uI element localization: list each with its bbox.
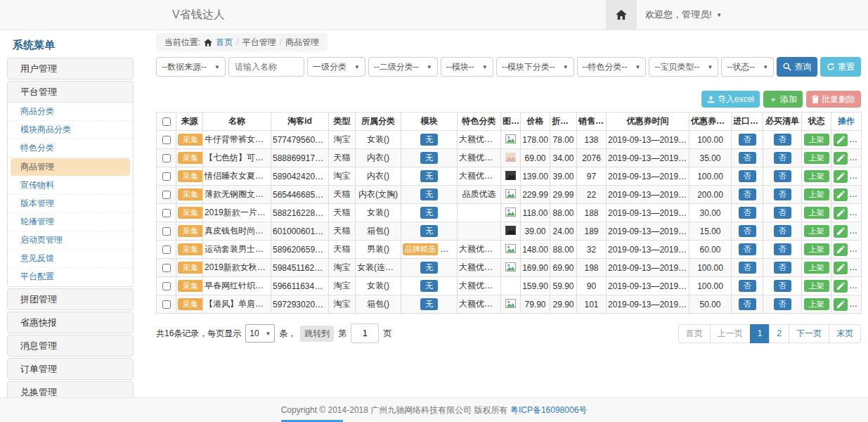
sidebar-group-平台管理[interactable]: 平台管理	[8, 82, 133, 102]
sidebar-item-意见反馈[interactable]: 意见反馈	[8, 250, 133, 268]
item-type-select[interactable]: --宝贝类型--▼	[649, 57, 718, 77]
module-select[interactable]: --模块--▼	[441, 57, 493, 77]
sidebar-item-模块商品分类[interactable]: 模块商品分类	[8, 121, 133, 139]
sidebar-group-用户管理[interactable]: 用户管理	[8, 58, 133, 79]
edit-button[interactable]	[834, 152, 848, 165]
edit-button[interactable]	[834, 225, 848, 238]
status-toggle[interactable]: 上架	[804, 207, 829, 219]
row-checkbox[interactable]	[162, 264, 171, 272]
import-select-toggle[interactable]: 否	[739, 207, 756, 219]
status-toggle[interactable]: 上架	[804, 280, 829, 293]
edit-button[interactable]	[834, 188, 848, 201]
import-select-toggle[interactable]: 否	[739, 298, 756, 311]
sidebar-group-订单管理[interactable]: 订单管理	[8, 359, 133, 379]
edit-button[interactable]	[834, 170, 848, 183]
row-checkbox[interactable]	[162, 172, 171, 181]
must-buy-toggle[interactable]: 否	[774, 225, 791, 238]
select-all-checkbox[interactable]	[162, 117, 171, 126]
sidebar-item-特色分类[interactable]: 特色分类	[8, 139, 133, 158]
sidebar-group-拼团管理[interactable]: 拼团管理	[8, 289, 133, 309]
status-toggle[interactable]: 上架	[804, 134, 829, 146]
module-cell: 无	[401, 149, 458, 167]
sidebar-group-消息管理[interactable]: 消息管理	[8, 335, 133, 356]
edit-button[interactable]	[834, 134, 848, 146]
status-toggle[interactable]: 上架	[804, 152, 829, 165]
sidebar-item-宣传物料[interactable]: 宣传物料	[8, 177, 133, 195]
table-row: 采集牛仔背带裤女秋装减龄…577479560965淘宝女装()无大额优惠券178…	[157, 131, 862, 149]
import-select-toggle[interactable]: 否	[739, 262, 756, 274]
status-toggle[interactable]: 上架	[804, 225, 829, 238]
must-buy-toggle[interactable]: 否	[774, 280, 791, 293]
name-input[interactable]	[228, 57, 304, 77]
breadcrumb-home-link[interactable]: 首页	[216, 37, 233, 49]
page-button-1[interactable]: 1	[750, 324, 770, 343]
import-select-toggle[interactable]: 否	[739, 152, 756, 165]
row-checkbox[interactable]	[162, 191, 171, 199]
module-sub-category-select[interactable]: --模块下分类--▼	[496, 57, 574, 77]
module-cell: 无	[401, 277, 458, 295]
import-excel-button[interactable]: 导入excel	[701, 91, 760, 108]
import-select-toggle[interactable]: 否	[739, 134, 756, 146]
page-button-上一页[interactable]: 上一页	[710, 324, 751, 343]
edit-button[interactable]	[834, 298, 848, 311]
data-source-select[interactable]: --数据来源--▼	[156, 57, 226, 77]
home-button[interactable]	[606, 0, 637, 30]
add-button[interactable]: ＋ 添加	[763, 91, 803, 108]
page-button-2[interactable]: 2	[769, 324, 789, 343]
user-menu[interactable]: 欢迎您，管理员! ▼	[645, 0, 722, 30]
page-button-末页[interactable]: 末页	[829, 324, 861, 343]
must-buy-toggle[interactable]: 否	[774, 152, 791, 165]
sidebar-item-商品管理[interactable]: 商品管理	[11, 158, 130, 176]
jump-page-input[interactable]	[351, 324, 379, 343]
row-checkbox[interactable]	[162, 245, 171, 254]
sidebar-item-版本管理[interactable]: 版本管理	[8, 195, 133, 213]
page-button-首页[interactable]: 首页	[678, 324, 711, 343]
import-select-toggle[interactable]: 否	[739, 225, 756, 238]
import-select-toggle[interactable]: 否	[739, 280, 756, 293]
sidebar-group-省惠快报[interactable]: 省惠快报	[8, 312, 133, 333]
jump-button[interactable]: 跳转到	[300, 326, 334, 342]
search-button[interactable]: 查询	[777, 57, 817, 77]
import-select-toggle[interactable]: 否	[739, 243, 756, 256]
batch-delete-button[interactable]: 批量删除	[806, 91, 861, 108]
must-buy-toggle[interactable]: 否	[774, 298, 791, 311]
must-buy-toggle[interactable]: 否	[774, 188, 791, 201]
column-header-操作: 操作	[831, 113, 862, 131]
sidebar-item-轮播管理[interactable]: 轮播管理	[8, 213, 133, 231]
module-cell: 无	[401, 259, 458, 277]
status-select[interactable]: --状态--▼	[721, 57, 774, 77]
row-checkbox[interactable]	[162, 227, 171, 236]
level1-category-select[interactable]: 一级分类▼	[307, 57, 365, 77]
row-checkbox[interactable]	[162, 154, 171, 162]
level2-category-select[interactable]: --二级分类--▼	[368, 57, 438, 77]
row-checkbox[interactable]	[162, 300, 171, 309]
sidebar-item-启动页管理[interactable]: 启动页管理	[8, 231, 133, 250]
edit-button[interactable]	[834, 262, 848, 274]
status-toggle[interactable]: 上架	[804, 298, 829, 311]
status-toggle[interactable]: 上架	[804, 170, 829, 183]
must-buy-toggle[interactable]: 否	[774, 207, 791, 219]
must-buy-toggle[interactable]: 否	[774, 243, 791, 256]
reset-button[interactable]: 重置	[820, 57, 861, 77]
icp-link[interactable]: 粤ICP备16098006号	[510, 405, 587, 415]
import-select-toggle[interactable]: 否	[739, 188, 756, 201]
status-toggle[interactable]: 上架	[804, 243, 829, 256]
sidebar-item-商品分类[interactable]: 商品分类	[8, 103, 133, 121]
status-toggle[interactable]: 上架	[804, 262, 829, 274]
must-buy-toggle[interactable]: 否	[774, 262, 791, 274]
feature-category-select[interactable]: --特色分类--▼	[577, 57, 647, 77]
edit-button[interactable]	[834, 207, 848, 219]
page-button-下一页[interactable]: 下一页	[789, 324, 829, 343]
row-checkbox[interactable]	[162, 136, 171, 144]
photo-thumbnail	[505, 153, 516, 162]
status-toggle[interactable]: 上架	[804, 188, 829, 201]
import-select-toggle[interactable]: 否	[739, 170, 756, 183]
row-checkbox[interactable]	[162, 209, 171, 217]
per-page-select[interactable]: 10 ▼	[245, 324, 275, 343]
edit-button[interactable]	[834, 243, 848, 256]
row-checkbox[interactable]	[162, 282, 171, 290]
sidebar-item-平台配置[interactable]: 平台配置	[8, 268, 133, 286]
edit-button[interactable]	[834, 280, 848, 293]
must-buy-toggle[interactable]: 否	[774, 134, 791, 146]
must-buy-toggle[interactable]: 否	[774, 170, 791, 183]
